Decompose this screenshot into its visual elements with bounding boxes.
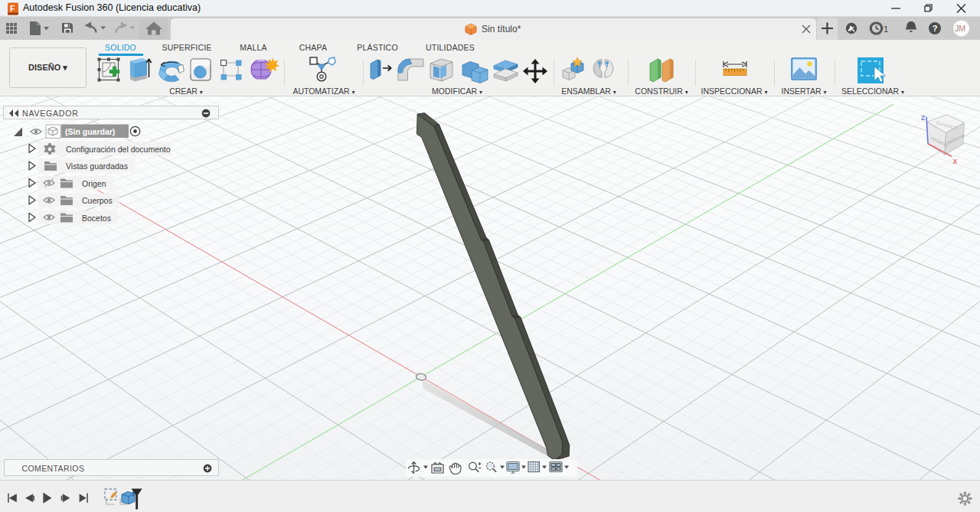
svg-text:JM: JM (955, 24, 965, 33)
svg-text:Cuerpos: Cuerpos (82, 196, 113, 205)
svg-text:Vistas guardadas: Vistas guardadas (66, 161, 128, 171)
svg-text:(Sin guardar): (Sin guardar) (65, 127, 115, 136)
svg-text:Origen: Origen (82, 179, 106, 188)
svg-text:Configuración del documento: Configuración del documento (66, 145, 171, 154)
svg-text:Z: Z (921, 114, 925, 122)
svg-text:F: F (10, 5, 15, 13)
svg-text:X: X (953, 158, 958, 165)
svg-text:1: 1 (884, 24, 888, 34)
svg-text:?: ? (933, 24, 938, 33)
svg-text:Bocetos: Bocetos (82, 214, 111, 223)
